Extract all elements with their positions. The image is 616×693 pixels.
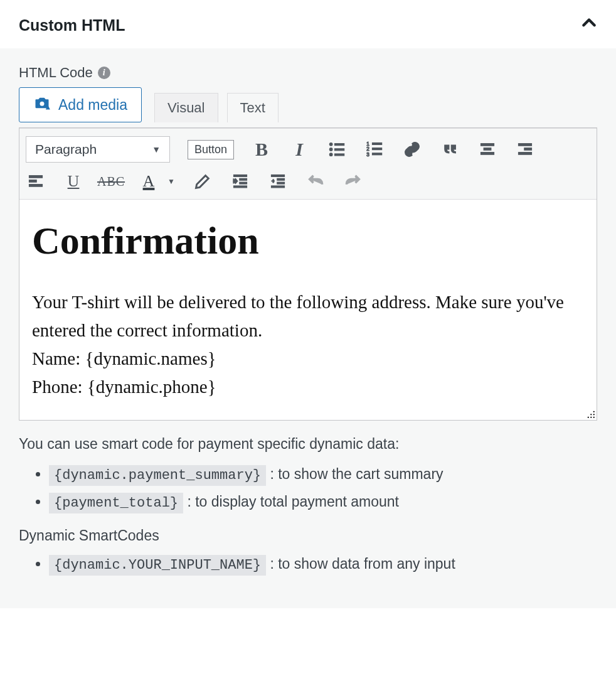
panel-title: Custom HTML <box>19 16 125 35</box>
svg-rect-16 <box>519 144 532 146</box>
content-line-1: Your T-shirt will be delivered to the fo… <box>32 288 584 345</box>
panel-body: HTML Code i Add media Visual Text Paragr… <box>0 48 616 608</box>
content-line-3: Phone: {dynamic.phone} <box>32 373 584 401</box>
svg-point-32 <box>593 414 595 415</box>
format-select[interactable]: Paragraph ▼ <box>26 136 170 163</box>
toolbar: Paragraph ▼ Button B I 123 <box>19 128 597 200</box>
content-heading: Confirmation <box>32 218 584 263</box>
svg-rect-22 <box>233 175 247 177</box>
smartcode: {dynamic.payment_summary} <box>49 465 266 486</box>
help-intro: You can use smart code for payment speci… <box>19 433 597 455</box>
svg-point-35 <box>593 416 595 417</box>
smartcode: {dynamic.YOUR_INPUT_NAME} <box>49 555 266 576</box>
svg-rect-2 <box>335 144 344 146</box>
svg-rect-25 <box>233 186 247 188</box>
svg-rect-8 <box>373 143 382 145</box>
camera-icon <box>33 94 51 115</box>
svg-rect-18 <box>519 153 532 155</box>
svg-point-1 <box>329 143 332 146</box>
list-item: {payment_total} : to display total payme… <box>49 493 597 511</box>
smartcode-desc: : to display total payment amount <box>187 493 399 510</box>
format-select-value: Paragraph <box>35 142 97 157</box>
list-item: {dynamic.YOUR_INPUT_NAME} : to show data… <box>49 556 597 573</box>
svg-rect-29 <box>271 186 284 188</box>
toolbar-row-2: U ABC A ▼ <box>26 171 590 191</box>
info-icon[interactable]: i <box>98 67 110 79</box>
content-line-2: Name: {dynamic.names} <box>32 345 584 373</box>
tab-text[interactable]: Text <box>227 93 279 122</box>
align-left-icon[interactable] <box>26 171 46 191</box>
chevron-down-icon[interactable]: ▼ <box>167 177 175 186</box>
smartcode-desc: : to show data from any input <box>270 556 455 572</box>
undo-icon[interactable] <box>305 171 326 191</box>
editor-top-row: Add media Visual Text <box>19 87 597 122</box>
svg-point-30 <box>593 411 595 412</box>
svg-rect-20 <box>29 180 37 183</box>
editor-container: Paragraph ▼ Button B I 123 <box>19 127 597 421</box>
link-icon[interactable] <box>402 139 422 159</box>
toolbar-row-1: Paragraph ▼ Button B I 123 <box>26 136 590 163</box>
svg-rect-24 <box>240 182 247 184</box>
svg-point-31 <box>590 414 592 415</box>
svg-rect-14 <box>484 148 491 151</box>
tab-visual[interactable]: Visual <box>154 93 218 122</box>
svg-rect-19 <box>29 176 43 178</box>
numbered-list-icon[interactable]: 123 <box>364 139 385 159</box>
svg-point-3 <box>329 148 332 151</box>
svg-point-33 <box>588 416 589 417</box>
blockquote-icon[interactable] <box>440 139 460 159</box>
text-color-icon[interactable]: A <box>139 171 159 191</box>
help-list: {dynamic.payment_summary} : to show the … <box>19 466 597 511</box>
smartcode: {payment_total} <box>49 493 183 513</box>
svg-rect-27 <box>277 178 285 180</box>
bullet-list-icon[interactable] <box>327 139 347 159</box>
svg-rect-26 <box>271 175 284 177</box>
svg-rect-21 <box>29 185 43 187</box>
align-center-lines-icon[interactable] <box>477 139 497 159</box>
smartcode-desc: : to show the cart summary <box>270 466 443 482</box>
bold-icon[interactable]: B <box>252 139 272 159</box>
insert-button-button[interactable]: Button <box>188 140 234 159</box>
add-media-button[interactable]: Add media <box>19 87 142 122</box>
redo-icon[interactable] <box>343 171 363 191</box>
dynamic-smartcodes-heading: Dynamic SmartCodes <box>19 527 597 544</box>
chevron-down-icon: ▼ <box>152 144 161 154</box>
svg-text:3: 3 <box>366 152 369 158</box>
svg-rect-17 <box>524 148 532 151</box>
strikethrough-icon[interactable]: ABC <box>101 171 121 191</box>
align-right-lines-icon[interactable] <box>515 139 535 159</box>
svg-point-34 <box>590 416 592 417</box>
italic-icon[interactable]: I <box>289 139 309 159</box>
resize-handle-icon[interactable] <box>584 407 595 419</box>
clear-format-icon[interactable] <box>193 171 213 191</box>
svg-point-5 <box>329 153 332 156</box>
add-media-label: Add media <box>58 97 127 114</box>
svg-rect-10 <box>373 148 382 150</box>
svg-rect-28 <box>277 182 285 184</box>
outdent-icon[interactable] <box>230 171 250 191</box>
editor-content[interactable]: Confirmation Your T-shirt will be delive… <box>19 200 597 420</box>
svg-point-0 <box>40 102 45 106</box>
svg-rect-13 <box>481 144 494 146</box>
field-label-row: HTML Code i <box>19 65 597 81</box>
svg-rect-15 <box>481 153 494 155</box>
panel-header[interactable]: Custom HTML <box>0 0 616 48</box>
underline-icon[interactable]: U <box>63 171 83 191</box>
indent-icon[interactable] <box>268 171 288 191</box>
svg-rect-4 <box>335 149 344 151</box>
list-item: {dynamic.payment_summary} : to show the … <box>49 466 597 483</box>
svg-rect-6 <box>335 154 344 156</box>
svg-rect-12 <box>373 153 382 155</box>
dynamic-help-list: {dynamic.YOUR_INPUT_NAME} : to show data… <box>19 556 597 573</box>
chevron-up-icon[interactable] <box>581 15 597 36</box>
svg-rect-23 <box>240 178 247 180</box>
field-label: HTML Code <box>19 65 93 81</box>
